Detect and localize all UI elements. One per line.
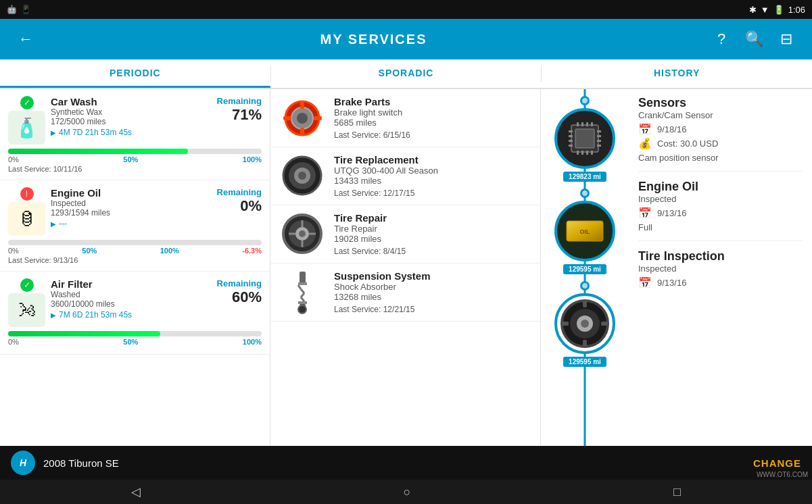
tab-sporadic[interactable]: SPORADIC [271, 59, 542, 88]
progress-bar-wrap: 0% 50% 100% -6.3% [8, 240, 262, 255]
svg-rect-40 [586, 122, 588, 126]
service-sub: Inspected [51, 199, 110, 208]
svg-rect-43 [581, 151, 583, 155]
history-column: 129823 mi [541, 89, 812, 446]
progress-labels: 0% 50% 100% [8, 338, 262, 346]
service-miles: 172/5000 miles [51, 117, 105, 126]
history-subtitle: Crank/Cam Sensor [638, 110, 803, 120]
service-sub: Synthetic Wax [51, 107, 105, 117]
tab-periodic[interactable]: PERIODIC [0, 59, 270, 88]
svg-rect-34 [597, 130, 601, 132]
sporadic-last: Last Service: 12/17/15 [334, 188, 532, 198]
svg-rect-53 [583, 340, 587, 347]
svg-rect-31 [569, 135, 573, 137]
remaining-label: Remaining [217, 278, 262, 288]
sporadic-last: Last Service: 12/21/15 [334, 305, 532, 314]
history-date-meta: 📅 9/13/16 [638, 207, 803, 220]
svg-rect-42 [577, 151, 579, 155]
svg-rect-33 [569, 145, 573, 147]
progress-bar-wrap: 0% 50% 100% [8, 149, 262, 163]
history-date-meta: 📅 9/18/16 [638, 123, 803, 136]
bottom-bar: H 2008 Tiburon SE CHANGE [0, 446, 812, 480]
sporadic-name: Suspension System [334, 270, 532, 282]
bluetooth-icon: ✱ [749, 5, 757, 15]
svg-rect-20 [298, 282, 307, 285]
history-date-meta: 📅 9/13/16 [638, 276, 803, 289]
sporadic-miles: 13433 miles [334, 176, 532, 186]
list-item: Suspension System Shock Absorber 13268 m… [270, 263, 540, 322]
last-service: Last Service: 9/13/16 [8, 256, 262, 264]
progress-bar-bg [8, 240, 262, 245]
sporadic-miles: 19028 miles [334, 234, 532, 244]
svg-rect-38 [577, 122, 579, 126]
sporadic-sub: Brake light switch [334, 107, 532, 118]
nav-bar: ◁ ○ □ [0, 480, 812, 504]
svg-point-51 [581, 320, 589, 328]
sporadic-sub: Tire Repair [334, 224, 532, 234]
tire-icon [279, 154, 326, 198]
sporadic-info: Suspension System Shock Absorber 13268 m… [334, 270, 532, 314]
sporadic-last: Last Service: 8/4/15 [334, 247, 532, 256]
list-item: Tire Repair Tire Repair 19028 miles Last… [270, 205, 540, 263]
svg-rect-4 [300, 128, 304, 136]
main-content: ✓ 🧴 Car Wash Synthetic Wax 172/5000 mile… [0, 89, 812, 446]
service-name: Engine Oil [51, 187, 110, 199]
sporadic-last: Last Service: 6/15/16 [334, 130, 532, 140]
periodic-column: ✓ 🧴 Car Wash Synthetic Wax 172/5000 mile… [0, 89, 270, 446]
service-miles: 3600/10000 miles [51, 299, 115, 309]
search-button[interactable]: 🔍 [739, 24, 769, 54]
history-entry: Engine Oil Inspected 📅 9/13/16 Full [638, 180, 803, 241]
android-icon: 🤖 [7, 5, 17, 14]
timeline-dot [580, 96, 590, 105]
sporadic-name: Brake Parts [334, 96, 532, 107]
status-ok-icon: ✓ [20, 96, 34, 109]
timeline-dot [580, 188, 590, 198]
page-title: MY SERVICES [41, 32, 707, 47]
svg-rect-35 [597, 135, 601, 137]
history-title: Tire Inspection [638, 249, 803, 263]
progress-labels: 0% 50% 100% -6.3% [8, 247, 262, 255]
mileage-badge: 129595 mi [563, 357, 606, 367]
svg-rect-36 [597, 140, 601, 142]
timeline-dot [580, 281, 590, 291]
history-subtitle: Inspected [638, 263, 803, 274]
tab-history[interactable]: HISTORY [542, 59, 812, 88]
status-bar: 🤖 📱 ✱ ▼ 🔋 1:06 [0, 0, 812, 19]
svg-rect-41 [591, 122, 593, 126]
progress-bar-fill [8, 149, 188, 154]
change-button[interactable]: CHANGE [753, 457, 801, 469]
mileage-badge: 129595 mi [563, 264, 606, 274]
remaining-label: Remaining [217, 96, 262, 106]
progress-bar-bg [8, 149, 262, 154]
nav-recent-button[interactable]: □ [673, 485, 681, 499]
sporadic-sub: Shock Absorber [334, 282, 532, 292]
list-item: Brake Parts Brake light switch 5685 mile… [270, 89, 540, 147]
timeline-node: 129823 mi [541, 96, 629, 182]
back-button[interactable]: ← [11, 24, 41, 54]
service-sub: Washed [51, 290, 115, 299]
help-button[interactable]: ? [707, 24, 736, 54]
svg-line-21 [298, 285, 301, 289]
svg-text:OIL: OIL [580, 228, 591, 235]
suspension-icon [279, 270, 326, 314]
timeline-node-circle [554, 108, 615, 169]
tire-repair-icon [279, 212, 326, 256]
sporadic-sub: UTQG 300-400 All Season [334, 166, 532, 176]
timeline-node-circle [554, 293, 615, 354]
svg-point-27 [298, 305, 306, 313]
nav-home-button[interactable]: ○ [404, 485, 411, 499]
svg-line-23 [301, 293, 304, 297]
svg-rect-55 [601, 322, 608, 326]
history-entry: Sensors Crank/Cam Sensor 📅 9/18/16 💰 Cos… [638, 96, 803, 172]
remaining-value: 71% [217, 106, 262, 124]
sporadic-info: Tire Replacement UTQG 300-400 All Season… [334, 154, 532, 198]
header-actions: ? 🔍 ⊟ [707, 24, 801, 54]
nav-back-button[interactable]: ◁ [131, 484, 141, 499]
service-name: Car Wash [51, 96, 105, 107]
hyundai-logo: H [11, 451, 35, 475]
svg-rect-5 [283, 116, 291, 120]
wifi-icon: ▼ [761, 5, 769, 15]
filter-button[interactable]: ⊟ [771, 24, 801, 54]
history-cost-meta: 💰 Cost: 30.0 USD [638, 137, 803, 150]
svg-line-24 [301, 297, 304, 301]
